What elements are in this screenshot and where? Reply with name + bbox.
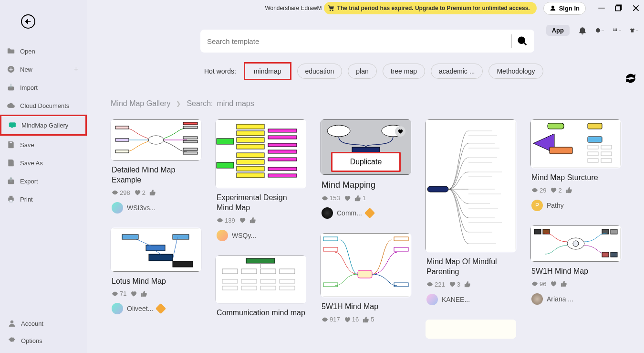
sidebar-item-import[interactable]: Import [0,78,87,96]
svg-rect-97 [321,233,411,297]
favorite-button[interactable] [395,126,405,137]
svg-rect-50 [122,235,138,239]
sidebar-item-options[interactable]: Options [0,332,87,349]
like-icon[interactable] [149,189,157,196]
svg-rect-36 [115,150,129,153]
svg-rect-52 [173,261,193,267]
sync-button[interactable] [625,73,636,86]
like-icon[interactable]: 5 [363,316,374,323]
card-title: 5W1H Mind Map [531,267,620,277]
svg-rect-34 [115,126,129,129]
cart-icon [328,5,334,11]
loves-icon[interactable]: 16 [344,316,359,323]
trial-text: The trial period has expired. Upgrade to… [337,5,530,11]
gallery-card[interactable] [426,320,516,339]
svg-rect-70 [268,150,297,153]
maximize-button[interactable] [614,4,623,12]
chip-methodology[interactable]: Methodology [488,64,543,79]
plus-icon[interactable]: + [74,65,78,74]
svg-rect-58 [217,162,234,168]
like-icon[interactable] [141,290,147,297]
like-icon[interactable] [561,280,567,287]
premium-badge [156,303,166,314]
card-title: Detailed Mind Map Example [112,165,200,185]
svg-rect-14 [10,141,12,143]
svg-point-105 [324,319,326,321]
avatar [112,202,123,214]
author: Ariana ... [547,295,573,303]
card-title: 5W1H Mind Map [322,302,410,312]
sidebar-item-cloud[interactable]: Cloud Documents [0,96,87,115]
author: Pathy [547,202,564,209]
svg-point-126 [573,241,579,246]
gallery-column: Detailed Mind Map Example 298 2 WSI3vs..… [111,119,201,339]
chip-academic[interactable]: academic ... [431,64,483,79]
svg-point-133 [534,283,536,285]
gallery-columns: Detailed Mind Map Example 298 2 WSI3vs..… [111,119,634,339]
back-button[interactable] [21,14,35,29]
signin-button[interactable]: Sign In [543,2,586,15]
sidebar-item-save[interactable]: Save [0,136,87,154]
svg-rect-134 [561,284,562,287]
gallery-card[interactable]: 5W1H Mind Map 96 Ariana ... [530,225,621,309]
gallery-card[interactable]: Communication mind map [216,256,306,322]
gallery-card[interactable]: Mind Map Sturcture 29 2 P Pathy [530,119,621,215]
gallery-card[interactable]: Mind Map Of Mindful Parenting 221 3 KANE… [426,119,516,309]
svg-rect-113 [588,123,602,129]
loves-icon[interactable] [239,217,246,224]
gallery-card[interactable]: 5W1H Mind Map 917 16 5 [321,233,411,327]
close-button[interactable] [632,4,640,12]
svg-rect-69 [268,143,297,147]
breadcrumb-root[interactable]: Mind Map Gallery [111,99,170,108]
search-box[interactable] [200,30,534,53]
loves-icon[interactable]: 2 [134,189,145,196]
chip-plan[interactable]: plan [348,64,376,79]
gallery-card[interactable]: Duplicate Mind Mapping 153 1 Comm... [321,119,411,223]
sidebar-item-account[interactable]: Account [0,315,87,332]
user-icon [550,5,556,11]
loves-icon[interactable]: 3 [449,281,460,288]
sidebar-item-print[interactable]: Print [0,190,87,208]
sidebar-item-saveas[interactable]: + Save As [0,154,87,172]
loves-icon[interactable] [550,280,557,287]
duplicate-button[interactable]: Duplicate [331,152,401,172]
gallery-card[interactable]: Experimental Design Mind Map 139 WSQy... [216,119,306,245]
chip-mindmap[interactable]: mindmap [244,62,291,80]
trial-banner[interactable]: The trial period has expired. Upgrade to… [324,2,537,14]
svg-rect-106 [363,319,364,322]
svg-rect-114 [588,137,602,142]
svg-rect-127 [534,229,541,234]
plus-circle-icon [7,65,15,74]
sidebar-item-open[interactable]: Open [0,42,87,60]
like-icon[interactable] [249,217,256,224]
like-icon[interactable]: 1 [354,194,366,202]
minimize-button[interactable] [597,4,606,12]
search-icon[interactable] [517,36,528,46]
author: WSI3vs... [127,204,156,212]
gallery-card[interactable]: Detailed Mind Map Example 298 2 WSI3vs..… [111,119,201,217]
sidebar-item-export[interactable]: Export [0,172,87,190]
svg-rect-75 [250,220,251,223]
svg-point-1 [332,10,333,11]
chip-education[interactable]: education [297,64,343,79]
svg-rect-41 [183,148,197,150]
loves-icon[interactable]: 2 [550,187,561,194]
folder-icon [7,47,15,55]
svg-rect-65 [237,166,264,171]
chip-treemap[interactable]: tree map [383,64,425,79]
loves-icon[interactable] [130,290,137,297]
svg-rect-60 [237,131,264,136]
search-input[interactable] [207,37,507,45]
like-icon[interactable] [464,281,471,288]
svg-rect-13 [9,123,16,127]
titlebar: Wondershare EdrawM The trial period has … [0,0,644,16]
loves-icon[interactable] [344,195,351,202]
svg-point-109 [429,283,431,285]
sidebar-item-gallery[interactable]: MindMap Gallery [0,115,87,136]
like-icon[interactable] [566,187,572,193]
gallery-card[interactable]: Lotus Mind Map 71 Oliveet... [111,228,201,319]
avatar [426,294,438,305]
svg-point-20 [10,321,13,323]
save-icon [7,140,15,149]
sidebar-item-new[interactable]: New + [0,60,87,78]
